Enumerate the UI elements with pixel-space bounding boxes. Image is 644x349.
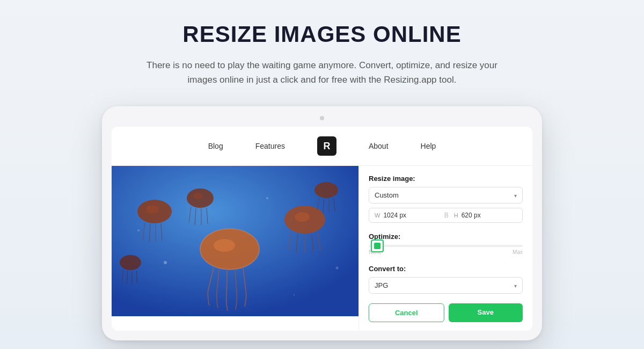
button-row: Cancel Save	[369, 303, 523, 322]
optimize-label: Optimize:	[369, 232, 523, 241]
svg-point-14	[336, 267, 339, 270]
nav-help[interactable]: Help	[421, 142, 436, 150]
image-preview	[112, 166, 358, 316]
svg-point-11	[314, 182, 338, 198]
svg-point-7	[193, 193, 203, 199]
tablet-camera	[320, 116, 324, 120]
cancel-button[interactable]: Cancel	[369, 303, 444, 322]
dimension-row: W 1024 px B H 620 px	[369, 208, 523, 223]
resize-label: Resize image:	[369, 174, 523, 183]
nav-about[interactable]: About	[369, 142, 389, 150]
app-content: Resize image: Custom ▾ W 1024 px B H 620…	[112, 166, 532, 331]
sidebar-panel: Resize image: Custom ▾ W 1024 px B H 620…	[358, 166, 532, 331]
svg-point-16	[294, 294, 295, 296]
nav-logo[interactable]: R	[317, 136, 336, 156]
svg-point-10	[120, 255, 141, 270]
convert-select[interactable]: JPG	[369, 278, 522, 293]
svg-point-12	[164, 261, 167, 264]
jellyfish-illustration	[112, 166, 358, 316]
nav-features[interactable]: Features	[255, 142, 285, 150]
svg-point-3	[214, 239, 235, 252]
optimize-thumb[interactable]	[371, 239, 384, 252]
logo-letter: R	[323, 141, 330, 152]
convert-select-wrapper[interactable]: JPG ▾	[369, 277, 523, 294]
page-title: RESIZE IMAGES ONLINE	[182, 21, 461, 47]
page-subtitle: There is no need to play the waiting gam…	[134, 58, 510, 87]
convert-label: Convert to:	[369, 265, 523, 273]
nav-blog[interactable]: Blog	[208, 142, 223, 150]
svg-point-13	[266, 197, 268, 199]
jellyfish-background	[112, 166, 358, 316]
tablet-screen: Blog Features R About Help	[112, 127, 532, 331]
resize-select-wrapper[interactable]: Custom ▾	[369, 187, 523, 203]
app-navbar: Blog Features R About Help	[112, 127, 532, 166]
svg-point-9	[295, 212, 310, 222]
link-icon: B	[444, 212, 449, 219]
height-label: H	[454, 212, 458, 219]
optimize-track[interactable]	[369, 245, 523, 247]
resize-section: Resize image: Custom ▾ W 1024 px B H 620…	[369, 174, 523, 223]
save-button[interactable]: Save	[449, 303, 523, 322]
optimize-section: Optimize: None Max	[369, 232, 523, 255]
tablet-mockup: Blog Features R About Help	[102, 106, 542, 340]
width-label: W	[375, 212, 380, 219]
height-value: 620 px	[462, 212, 517, 219]
width-value: 1024 px	[383, 212, 438, 219]
svg-point-5	[146, 205, 159, 214]
convert-section: Convert to: JPG ▾	[369, 265, 523, 294]
svg-point-15	[137, 229, 140, 231]
optimize-labels: None Max	[369, 249, 523, 255]
optimize-max-label: Max	[513, 249, 523, 255]
optimize-thumb-inner	[374, 243, 380, 249]
resize-select[interactable]: Custom	[369, 187, 522, 203]
